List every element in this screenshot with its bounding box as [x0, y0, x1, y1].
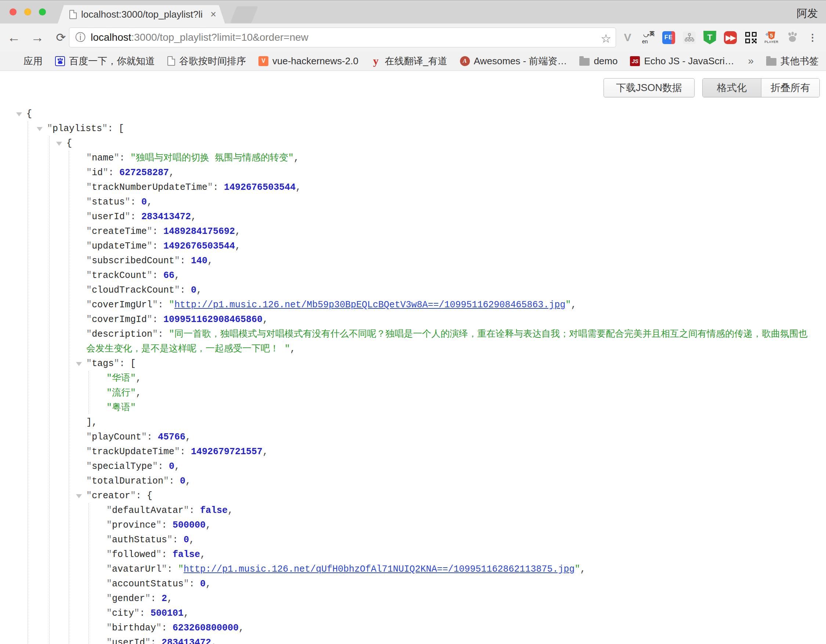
bookmark-label: vue-hackernews-2.0 — [272, 56, 358, 67]
translate-cn-label: 英 — [649, 31, 655, 37]
json-number-value: 66 — [163, 270, 174, 281]
json-link-value[interactable]: http://p1.music.126.net/qUfH0bhzOfAl71NU… — [183, 564, 574, 574]
json-key: description — [86, 329, 158, 340]
bookmark-label: 其他书签 — [781, 55, 819, 68]
json-line: accountStatus0 — [0, 577, 826, 591]
collapse-toggle-icon[interactable] — [16, 112, 22, 116]
json-line: { — [0, 107, 826, 121]
json-key: status — [86, 197, 130, 208]
qr-code-extension-icon[interactable] — [745, 31, 757, 44]
t-shield-extension-icon[interactable]: T — [703, 31, 716, 44]
bookmark-google-time[interactable]: 谷歌按时间排序 — [168, 55, 246, 68]
json-number-value: 627258287 — [119, 168, 169, 178]
address-bar[interactable]: ⓘ localhost:3000/top_playlist?limit=10&o… — [69, 28, 616, 47]
bookmark-others-folder[interactable]: 其他书签 — [766, 55, 819, 68]
collapse-toggle-icon[interactable] — [76, 362, 82, 366]
collapse-toggle-icon[interactable] — [76, 494, 82, 498]
browser-menu-icon[interactable]: ⋮ — [806, 31, 819, 44]
video-speed-extension-icon[interactable]: ▶▶ — [724, 31, 737, 44]
collapse-toggle-icon[interactable] — [56, 142, 62, 146]
baidu-paw-icon — [55, 56, 65, 66]
collapse-all-button[interactable]: 折叠所有 — [761, 79, 820, 97]
json-line: updateTime1492676503544 — [0, 239, 826, 254]
format-button[interactable]: 格式化 — [703, 79, 761, 97]
json-number-value: 0 — [169, 461, 174, 472]
paw-extension-icon[interactable] — [786, 31, 798, 44]
json-line: playCount45766 — [0, 430, 826, 445]
view-mode-toggle: 格式化 折叠所有 — [702, 78, 820, 97]
json-line: { — [0, 136, 826, 151]
json-number-value: 500101 — [151, 608, 183, 619]
back-icon[interactable]: ← — [6, 30, 21, 45]
json-bracket: { — [26, 109, 32, 119]
bookmark-echojs[interactable]: JS Echo JS - JavaScri… — [630, 56, 734, 67]
profile-name[interactable]: 阿发 — [796, 6, 818, 21]
vue-devtools-icon[interactable]: V — [621, 31, 634, 44]
json-link-value[interactable]: http://p1.music.126.net/Mb59p30BpEQLcBQe… — [174, 299, 565, 310]
json-key: playCount — [86, 432, 147, 442]
sitemap-extension-icon[interactable] — [683, 31, 696, 44]
minimize-window-button[interactable] — [24, 8, 31, 16]
maximize-window-button[interactable] — [39, 8, 46, 16]
json-line: creator{ — [0, 489, 826, 503]
page-icon — [168, 56, 175, 66]
bookmark-star-icon[interactable]: ☆ — [601, 31, 611, 45]
json-number-value: 0 — [200, 579, 206, 589]
json-number-value: 1492676503544 — [163, 241, 235, 251]
json-line: city500101 — [0, 606, 826, 621]
json-line: authStatus0 — [0, 533, 826, 548]
folder-icon — [766, 58, 776, 66]
json-line: name"独唱与对唱的切换 氛围与情感的转变" — [0, 151, 826, 166]
json-number-value: 0 — [191, 285, 196, 296]
html5-badge: 5 — [768, 31, 775, 40]
html5-player-extension-icon[interactable]: ❖ 5 PLAYER — [765, 31, 778, 44]
json-line: gender2 — [0, 591, 826, 606]
new-tab-button[interactable] — [230, 6, 258, 23]
json-bracket: ], — [86, 417, 97, 428]
json-line: avatarUrlhttp://p1.music.126.net/qUfH0bh… — [0, 562, 826, 577]
tab-strip: localhost:3000/top_playlist?lim × 阿发 — [0, 0, 826, 23]
json-key: trackCount — [86, 270, 152, 281]
json-key: userId — [106, 638, 151, 644]
json-viewer-page: 下载JSON数据 格式化 折叠所有 { playlists[ { name"独唱… — [0, 71, 826, 644]
json-bracket: [ — [119, 123, 124, 134]
json-line: specialType0 — [0, 459, 826, 474]
page-info-icon[interactable]: ⓘ — [75, 31, 85, 44]
json-line: ], — [0, 415, 826, 430]
reload-icon[interactable]: ⟳ — [54, 31, 68, 44]
json-number-value: 1492676503544 — [224, 182, 295, 193]
bookmark-youdao[interactable]: y 在线翻译_有道 — [371, 55, 447, 68]
json-key: userId — [86, 211, 130, 222]
bookmark-label: Echo JS - JavaScri… — [644, 56, 734, 67]
json-key: authStatus — [106, 535, 172, 545]
json-string-value: "流行" — [106, 388, 136, 398]
json-line: status0 — [0, 195, 826, 209]
collapse-toggle-icon[interactable] — [37, 127, 43, 131]
tab-close-icon[interactable]: × — [210, 8, 216, 20]
json-key: cloudTrackCount — [86, 285, 180, 296]
bookmark-baidu[interactable]: 百度一下，你就知道 — [55, 55, 155, 68]
json-key: specialType — [86, 461, 158, 472]
bookmark-demo-folder[interactable]: demo — [579, 56, 618, 67]
player-label: PLAYER — [765, 40, 779, 44]
fehelper-extension-icon[interactable]: FE — [662, 31, 675, 44]
forward-icon[interactable]: → — [30, 30, 45, 45]
json-line: trackNumberUpdateTime1492676503544 — [0, 180, 826, 195]
echojs-icon: JS — [630, 56, 640, 66]
json-key: creator — [86, 490, 136, 501]
bookmark-awesomes[interactable]: A Awesomes - 前端资… — [460, 55, 567, 68]
json-line: province500000 — [0, 518, 826, 533]
awesomes-icon: A — [460, 56, 470, 66]
json-line: totalDuration0 — [0, 474, 826, 489]
download-json-button[interactable]: 下载JSON数据 — [604, 78, 695, 97]
json-line: trackUpdateTime1492679721557 — [0, 445, 826, 459]
json-line: coverImgId109951162908465860 — [0, 312, 826, 327]
bookmark-label: 应用 — [23, 55, 43, 68]
bookmark-vue-hackernews[interactable]: V vue-hackernews-2.0 — [258, 56, 358, 67]
translate-extension-icon[interactable]: 英 ⤻ en — [642, 31, 655, 44]
bookmarks-overflow-icon[interactable]: » — [748, 55, 754, 67]
close-window-button[interactable] — [9, 8, 17, 16]
browser-tab[interactable]: localhost:3000/top_playlist?lim × — [57, 5, 225, 24]
bookmark-apps[interactable]: 应用 — [9, 55, 43, 68]
bookmark-label: 谷歌按时间排序 — [179, 55, 246, 68]
